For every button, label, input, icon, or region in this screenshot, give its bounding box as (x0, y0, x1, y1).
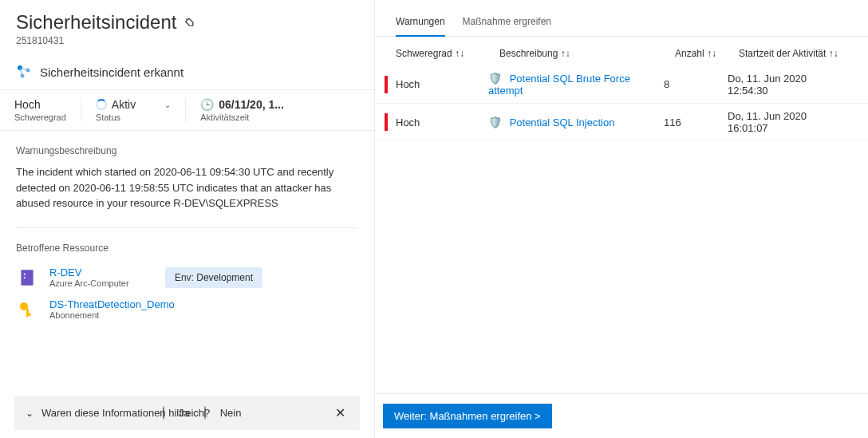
chevron-down-icon[interactable]: ⌄ (164, 101, 171, 109)
key-icon (16, 298, 38, 321)
description-section: Warnungsbeschreibung The incident which … (0, 131, 374, 215)
status-spinner-icon (96, 99, 107, 110)
time-label: Aktivitätszeit (200, 112, 360, 122)
severity-label: Schweregrad (14, 112, 66, 122)
incident-id: 251810431 (16, 35, 358, 46)
feedback-yes[interactable]: Ja (179, 407, 190, 419)
tab-action[interactable]: Maßnahme ergreifen (463, 16, 551, 36)
shield-icon: 🛡️ (488, 72, 502, 85)
alert-link[interactable]: Potential SQL Brute Force attempt (488, 73, 630, 97)
header: Sicherheitsincident 251810431 (0, 0, 374, 49)
table-row[interactable]: Hoch 🛡️ Potential SQL Brute Force attemp… (375, 65, 868, 104)
svg-rect-10 (26, 314, 31, 316)
alert-link[interactable]: Potential SQL Injection (510, 116, 615, 128)
resources-section: Betroffene Ressource R-DEV Azure Arc-Com… (0, 228, 374, 329)
table-header: Schweregrad ↑↓ Beschreibung ↑↓ Anzahl ↑↓… (375, 48, 868, 59)
tab-bar: Warnungen Maßnahme ergreifen (375, 0, 868, 37)
time-cell: 🕒 06/11/20, 1... Aktivitätszeit (186, 98, 374, 122)
resource-sub: Abonnement (49, 310, 175, 320)
thumb-down-icon[interactable] (204, 407, 206, 419)
svg-point-6 (24, 273, 26, 274)
severity-indicator (385, 113, 388, 131)
severity-indicator (385, 76, 388, 93)
page-title: Sicherheitsincident (16, 11, 176, 34)
resource-row[interactable]: R-DEV Azure Arc-Computer Env: Developmen… (16, 262, 358, 294)
cell-severity: Hoch (396, 78, 488, 90)
description-title: Warnungsbeschreibung (16, 145, 358, 156)
status-cell[interactable]: Aktiv ⌄ Status (81, 98, 186, 122)
column-description[interactable]: Beschreibung ↑↓ (499, 48, 675, 59)
feedback-bar: ⌄ Waren diese Informationen hilfreich? J… (14, 396, 360, 430)
column-severity[interactable]: Schweregrad ↑↓ (396, 48, 499, 59)
server-icon (16, 266, 38, 289)
resources-title: Betroffene Ressource (16, 243, 358, 254)
resource-sub: Azure Arc-Computer (49, 278, 129, 288)
stat-bar: Hoch Schweregrad Aktiv ⌄ Status 🕒 06/11/… (0, 89, 374, 131)
close-icon[interactable]: ✕ (332, 405, 349, 420)
footer: Weiter: Maßnahmen ergreifen > (375, 393, 868, 438)
shield-icon: 🛡️ (488, 116, 502, 128)
column-count[interactable]: Anzahl ↑↓ (675, 48, 739, 59)
alerts-pane: Warnungen Maßnahme ergreifen Schweregrad… (375, 0, 868, 438)
status-value: Aktiv (112, 98, 136, 111)
cell-start: Do, 11. Jun 2020 16:01:07 (728, 110, 847, 134)
alerts-table: Schweregrad ↑↓ Beschreibung ↑↓ Anzahl ↑↓… (375, 37, 868, 141)
cell-start: Do, 11. Jun 2020 12:54:30 (728, 73, 847, 97)
cell-description[interactable]: 🛡️ Potential SQL Injection (488, 116, 664, 128)
resource-row[interactable]: DS-ThreatDetection_Demo Abonnement (16, 294, 358, 326)
tab-alerts[interactable]: Warnungen (396, 16, 445, 37)
resource-name[interactable]: DS-ThreatDetection_Demo (49, 298, 175, 310)
svg-point-7 (24, 276, 26, 278)
svg-rect-5 (21, 270, 33, 286)
env-tag: Env: Development (165, 267, 262, 288)
cell-count: 8 (664, 78, 728, 90)
time-value: 06/11/20, 1... (219, 98, 284, 111)
next-actions-button[interactable]: Weiter: Maßnahmen ergreifen > (383, 404, 552, 428)
description-text: The incident which started on 2020-06-11… (16, 164, 358, 211)
feedback-no[interactable]: Nein (220, 407, 242, 419)
table-row[interactable]: Hoch 🛡️ Potential SQL Injection 116 Do, … (375, 104, 868, 141)
chevron-down-icon[interactable]: ⌄ (26, 408, 34, 419)
details-pane: Sicherheitsincident 251810431 Sicherheit… (0, 0, 375, 438)
incident-label: Sicherheitsincident erkannt (40, 65, 183, 79)
thumb-up-icon[interactable] (163, 407, 164, 419)
status-label: Status (96, 112, 171, 122)
incident-icon (16, 64, 32, 80)
severity-cell: Hoch Schweregrad (0, 98, 81, 122)
cell-description[interactable]: 🛡️ Potential SQL Brute Force attempt (488, 72, 664, 97)
resource-name[interactable]: R-DEV (49, 266, 129, 278)
cell-count: 116 (664, 116, 728, 128)
cell-severity: Hoch (396, 116, 488, 128)
column-start[interactable]: Startzeit der Aktivität ↑↓ (739, 48, 847, 59)
severity-value: Hoch (14, 98, 66, 111)
pin-icon[interactable] (182, 14, 200, 32)
clock-icon: 🕒 (200, 98, 214, 111)
